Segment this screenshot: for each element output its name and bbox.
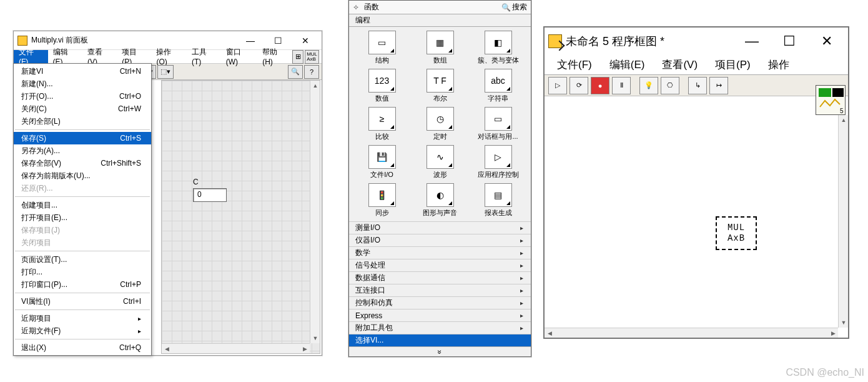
palette-list-item[interactable]: 选择VI... — [349, 334, 531, 346]
maximize-button[interactable]: ☐ — [771, 29, 808, 54]
scroll-left-button[interactable]: ◀ — [162, 344, 172, 354]
menu-operate[interactable]: 操作(O) — [151, 50, 187, 63]
file-menu-item[interactable]: 近期项目 — [14, 312, 151, 324]
file-menu-item[interactable]: 页面设置(T)... — [14, 253, 151, 266]
palette-footer[interactable]: » — [349, 346, 531, 356]
subvi-node[interactable]: MUL AxB — [716, 216, 757, 250]
scroll-down-button[interactable]: ▼ — [310, 333, 320, 343]
vertical-scrollbar[interactable]: ▲ ▼ — [838, 115, 848, 328]
file-menu-item[interactable]: 关闭(C)Ctrl+W — [14, 103, 151, 115]
file-menu-item[interactable]: VI属性(I)Ctrl+I — [14, 295, 151, 308]
scroll-up-button[interactable]: ▲ — [310, 81, 320, 91]
scroll-right-button[interactable]: ▶ — [300, 344, 310, 354]
retain-wire-button[interactable]: ⎔ — [661, 77, 679, 94]
scroll-left-button[interactable]: ◀ — [545, 328, 555, 338]
palette-item-compare[interactable]: ≥比较 — [353, 106, 411, 143]
palette-list-item[interactable]: 仪器I/O▸ — [349, 234, 531, 246]
file-menu-item[interactable]: 另存为(A)... — [14, 144, 151, 157]
palette-list-item[interactable]: 互连接口▸ — [349, 284, 531, 296]
reorder-dropdown[interactable]: ⬚▾ — [157, 65, 174, 79]
file-menu-item[interactable]: 打印窗口(P)...Ctrl+P — [14, 278, 151, 291]
scroll-track-v[interactable] — [839, 125, 848, 318]
menu-edit[interactable]: 编辑(E) — [48, 50, 82, 63]
palette-item-fileio[interactable]: 💾文件I/O — [353, 144, 411, 181]
scroll-right-button[interactable]: ▶ — [828, 328, 838, 338]
file-menu-item[interactable]: 保存全部(V)Ctrl+Shift+S — [14, 157, 151, 169]
highlight-exec-button[interactable]: 💡 — [639, 77, 658, 94]
run-continuous-button[interactable]: ⟳ — [570, 77, 588, 94]
menu-help[interactable]: 帮助(H) — [257, 50, 292, 63]
file-menu-item[interactable]: 打开(O)...Ctrl+O — [14, 90, 151, 103]
file-menu-item[interactable]: 退出(X)Ctrl+Q — [14, 341, 151, 354]
file-menu-item[interactable]: 近期文件(F) — [14, 324, 151, 337]
palette-item-dialog[interactable]: ▭对话框与用... — [469, 106, 527, 143]
search-button[interactable]: 🔍 — [288, 65, 303, 79]
scroll-down-button[interactable]: ▼ — [839, 318, 849, 328]
palette-list-item[interactable]: 数据通信▸ — [349, 271, 531, 284]
palette-item-numeric[interactable]: 123数值 — [353, 68, 411, 104]
palette-list-item[interactable]: 测量I/O▸ — [349, 221, 531, 234]
close-button[interactable]: ✕ — [292, 32, 319, 49]
file-menu-item[interactable]: 新建VICtrl+N — [14, 65, 151, 78]
menu-view[interactable]: 查看(V) — [653, 55, 706, 74]
palette-item-graphics[interactable]: ◐图形与声音 — [411, 182, 469, 219]
file-menu-item[interactable]: 打印... — [14, 266, 151, 278]
abort-button[interactable]: ● — [591, 77, 609, 94]
numeric-indicator[interactable]: 0 — [193, 188, 227, 202]
file-menu-item[interactable]: 保存为前期版本(U)... — [14, 169, 151, 182]
connector-pane-icon[interactable]: ⊞ — [292, 50, 303, 64]
horizontal-scrollbar[interactable]: ◀ ▶ — [545, 328, 838, 338]
file-menu-item[interactable]: 创建项目... — [14, 199, 151, 211]
palette-list-item[interactable]: 信号处理▸ — [349, 259, 531, 271]
menu-file[interactable]: 文件(F) — [548, 55, 601, 74]
help-button[interactable]: ? — [304, 65, 319, 79]
close-button[interactable]: ✕ — [808, 29, 846, 54]
menu-tools[interactable]: 工具(T) — [187, 50, 221, 63]
horizontal-scrollbar[interactable]: ◀ ▶ — [162, 343, 310, 353]
minimize-button[interactable]: — — [733, 29, 771, 54]
menu-project[interactable]: 项目(P) — [117, 50, 151, 63]
palette-item-boolean[interactable]: T F布尔 — [411, 68, 469, 104]
menu-operate[interactable]: 操作 — [759, 55, 798, 74]
palette-item-structure[interactable]: ▭结构 — [353, 29, 411, 66]
palette-item-label: 定时 — [433, 132, 447, 141]
palette-item-sync[interactable]: 🚦同步 — [353, 182, 411, 219]
palette-item-report[interactable]: ▤报表生成 — [469, 182, 527, 219]
vi-icon[interactable]: MULAxB — [305, 50, 319, 64]
menu-window[interactable]: 窗口(W) — [221, 50, 258, 63]
palette-search[interactable]: 🔍 搜索 — [501, 2, 527, 13]
palette-list-item[interactable]: Express▸ — [349, 309, 531, 321]
file-menu-item[interactable]: 打开项目(E)... — [14, 211, 151, 224]
palette-item-waveform[interactable]: ∿波形 — [411, 144, 469, 181]
timing-icon: ◷ — [427, 107, 454, 131]
menu-project[interactable]: 项目(P) — [706, 55, 759, 74]
palette-section-header[interactable]: 编程 — [349, 14, 531, 27]
step-over-button[interactable]: ↦ — [709, 77, 728, 94]
palette-item-appctrl[interactable]: ▷应用程序控制 — [469, 144, 527, 181]
scroll-up-button[interactable]: ▲ — [839, 115, 849, 125]
step-into-button[interactable]: ↳ — [688, 77, 707, 94]
scroll-track-h[interactable] — [555, 328, 828, 338]
file-menu-item[interactable]: 保存(S)Ctrl+S — [14, 132, 151, 144]
palette-item-cluster[interactable]: ◧簇、类与变体 — [469, 29, 527, 66]
menu-edit[interactable]: 编辑(E) — [601, 55, 654, 74]
palette-item-string[interactable]: abc字符串 — [469, 68, 527, 104]
pause-button[interactable]: Ⅱ — [612, 77, 631, 94]
vertical-scrollbar[interactable]: ▲ ▼ — [310, 81, 320, 343]
palette-list-item[interactable]: 附加工具包▸ — [349, 321, 531, 334]
menu-view[interactable]: 查看(V) — [82, 50, 117, 63]
run-button[interactable]: ▷ — [548, 77, 567, 94]
menu-file[interactable]: 文件(F) — [14, 50, 48, 63]
scroll-track-v[interactable] — [310, 91, 320, 333]
file-menu-item[interactable]: 关闭全部(L) — [14, 115, 151, 128]
front-panel-canvas[interactable]: C 0 ▲ ▼ ◀ ▶ — [161, 80, 320, 354]
palette-item-array[interactable]: ▦数组 — [411, 29, 469, 66]
block-diagram-canvas[interactable]: MUL AxB — [546, 118, 837, 326]
scroll-track-h[interactable] — [172, 344, 300, 353]
palette-item-timing[interactable]: ◷定时 — [411, 106, 469, 143]
pin-icon[interactable]: ✧ — [353, 3, 362, 12]
vi-icon-corner[interactable]: 5 — [816, 85, 846, 115]
palette-list-item[interactable]: 数学▸ — [349, 246, 531, 259]
palette-list-item[interactable]: 控制和仿真▸ — [349, 296, 531, 309]
file-menu-item[interactable]: 新建(N)... — [14, 78, 151, 90]
